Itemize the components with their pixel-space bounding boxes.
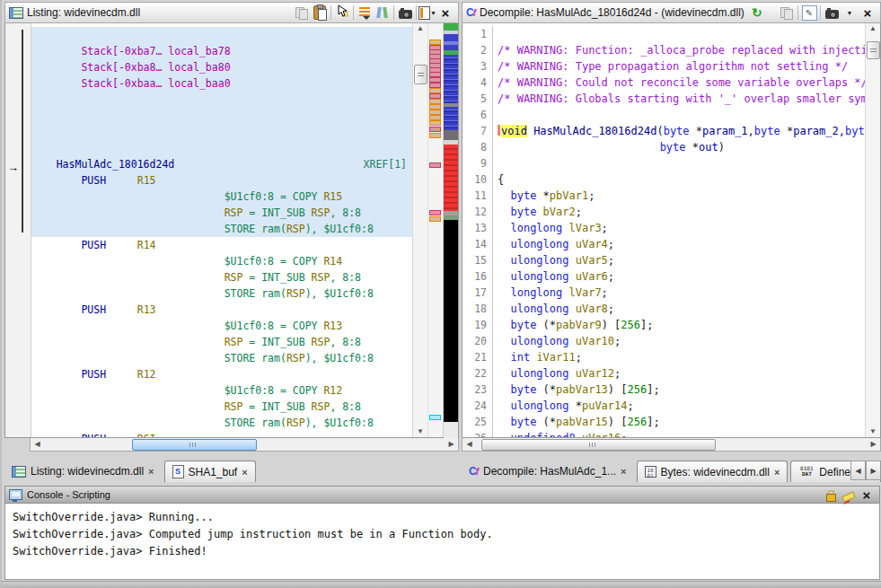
listing-line[interactable]: RSP = INT_SUB RSP, 8:8 [31, 269, 412, 285]
scroll-up-icon[interactable]: ▲ [866, 23, 880, 34]
listing-line[interactable]: STORE ram(RSP), $U1cf0:8 [31, 221, 412, 237]
tab-close-icon[interactable]: × [148, 466, 154, 477]
overview-segment[interactable] [444, 23, 458, 31]
listing-code[interactable]: Stack[-0xba7… local_ba78 Stack[-0xba8… l… [31, 23, 412, 437]
listing-line[interactable]: PUSH R13 [31, 302, 412, 318]
decompile-line[interactable]: 12 byte bVar2; [463, 204, 865, 220]
scroll-lock-button[interactable] [822, 486, 840, 504]
decompile-line[interactable]: 15 ulonglong uVar5; [463, 252, 865, 268]
listing-hscroll-thumb[interactable] [132, 439, 257, 451]
program-overview-column[interactable] [443, 23, 458, 437]
decompile-line[interactable]: 9 [463, 155, 865, 171]
tab-close-icon[interactable]: × [774, 467, 780, 478]
decompile-line[interactable]: 5/* WARNING: Globals starting with '_' o… [463, 91, 865, 107]
xref-label[interactable]: XREF[1] [364, 156, 407, 172]
decompile-vscroll-thumb[interactable] [867, 41, 880, 59]
decompile-line[interactable]: 18 ulonglong uVar8; [463, 301, 865, 317]
listing-hscrollbar[interactable]: ◀ ▶ [30, 438, 459, 452]
listing-line[interactable] [31, 124, 412, 140]
listing-line[interactable] [31, 27, 412, 43]
scroll-down-icon[interactable]: ▼ [413, 426, 427, 437]
listing-line[interactable]: $U1cf0:8 = COPY R12 [31, 382, 412, 399]
listing-line[interactable]: PUSH R12 [31, 366, 412, 382]
overview-segment[interactable] [444, 422, 458, 438]
decompile-line[interactable]: 21 int iVar11; [463, 349, 865, 365]
tab-bytes-widevinecdm-dll[interactable]: 1001Bytes: widevinecdm.dll× [637, 461, 788, 482]
close-button[interactable]: × [858, 486, 876, 504]
decompile-line[interactable]: 24 ulonglong *puVar14; [463, 398, 865, 414]
scroll-up-icon[interactable]: ▲ [413, 23, 427, 34]
bookmark-marker[interactable] [429, 216, 441, 222]
scroll-left-icon[interactable]: ◀ [31, 438, 44, 451]
decompile-vscrollbar[interactable]: ▲ ▼ [865, 23, 880, 437]
decompile-hscrollbar[interactable]: ◀ ▶ [462, 438, 881, 452]
listing-vscroll-thumb[interactable] [414, 65, 427, 84]
listing-line[interactable]: PUSH R14 [31, 237, 412, 253]
decompile-hscroll-thumb[interactable] [481, 439, 716, 451]
listing-line[interactable] [31, 140, 412, 156]
close-button[interactable]: × [859, 4, 877, 22]
listing-line[interactable]: STORE ram(RSP), $U1cf0:8 [31, 350, 412, 366]
listing-line[interactable]: RSP = INT_SUB RSP, 8:8 [31, 334, 412, 350]
tab-sha1-buf[interactable]: SSHA1_buf× [164, 461, 256, 482]
listing-line[interactable]: RSP = INT_SUB RSP, 8:8 [31, 399, 412, 415]
decompile-line[interactable]: 11 byte *pbVar1; [463, 188, 865, 204]
listing-line[interactable]: RSP = INT_SUB RSP, 8:8 [31, 205, 412, 221]
listing-line[interactable]: $U1cf0:8 = COPY R13 [31, 318, 412, 334]
overview-segment[interactable] [444, 34, 458, 41]
clear-console-button[interactable] [840, 486, 858, 504]
bookmark-marker[interactable] [429, 127, 441, 132]
bookmark-marker[interactable] [429, 133, 441, 138]
overview-segment[interactable] [444, 107, 458, 130]
listing-line[interactable]: STORE ram(RSP), $U1cf0:8 [31, 285, 412, 302]
decompile-line[interactable]: 17 longlong lVar7; [463, 285, 865, 301]
decompile-line[interactable]: 10{ [463, 171, 865, 188]
decompile-line[interactable]: 22 ulonglong uVar12; [463, 365, 865, 382]
tab-scroll-left-button[interactable]: ◀ [850, 461, 866, 480]
decompile-line[interactable]: 14 ulonglong uVar4; [463, 236, 865, 252]
edit-button[interactable]: ✎ [800, 4, 818, 22]
decompile-code[interactable]: 12/* WARNING: Function: _alloca_probe re… [463, 23, 865, 437]
tab-listing-widevinecdm-dll[interactable]: Listing: widevinecdm.dll× [4, 461, 162, 482]
listing-line[interactable]: $U1cf0:8 = COPY R15 [31, 189, 412, 205]
scroll-right-icon[interactable]: ▶ [445, 438, 458, 451]
listing-line[interactable]: Stack[-0xba8… local_ba80 [31, 59, 412, 75]
decompile-line[interactable]: 23 byte (*pabVar13) [256]; [463, 382, 865, 398]
copy-button[interactable] [778, 4, 796, 22]
decompile-line[interactable]: 8 byte *out) [463, 139, 865, 155]
listing-line[interactable] [31, 92, 412, 108]
listing-line[interactable]: HasMulAdc_18016d24dXREF[1] [31, 156, 412, 172]
decompile-line[interactable]: 19 byte (*pabVar9) [256]; [463, 317, 865, 333]
listing-vscrollbar[interactable]: ▲ ▼ [412, 23, 427, 437]
decompile-line[interactable]: 2/* WARNING: Function: _alloca_probe rep… [463, 42, 865, 58]
decompile-line[interactable]: 4/* WARNING: Could not reconcile some va… [463, 75, 865, 91]
diff-view-button[interactable] [374, 4, 392, 22]
paste-button[interactable] [311, 4, 329, 22]
scroll-down-icon[interactable]: ▼ [866, 426, 880, 437]
copy-button[interactable] [293, 4, 311, 22]
listing-line[interactable]: STORE ram(RSP), $U1cf0:8 [31, 415, 412, 431]
decompile-line[interactable]: 25 byte (*pabVar15) [256]; [463, 414, 865, 430]
snapshot-button[interactable] [823, 4, 841, 22]
decompile-line[interactable]: 1 [463, 26, 865, 42]
overview-segment[interactable] [444, 220, 458, 422]
decompile-line[interactable]: 7void HasMulAdc_18016d24d(byte *param_1,… [463, 123, 865, 139]
bookmark-marker[interactable] [429, 162, 441, 168]
decompile-line[interactable]: 6 [463, 107, 865, 123]
decompile-line[interactable]: 20 ulonglong uVar10; [463, 333, 865, 349]
bookmark-marker[interactable] [429, 415, 441, 420]
snapshot-button[interactable] [396, 4, 414, 22]
bookmark-marker[interactable] [429, 210, 441, 215]
overview-segment[interactable] [444, 130, 458, 140]
listing-line[interactable] [31, 108, 412, 124]
listing-line[interactable]: PUSH RSI [31, 431, 412, 437]
cursor-tool-button[interactable] [333, 4, 351, 22]
tab-close-icon[interactable]: × [621, 466, 626, 477]
decompile-line[interactable]: 26 undefined8 uVar16; [463, 430, 865, 437]
scroll-right-icon[interactable]: ▶ [867, 438, 880, 451]
bookmark-marker-column[interactable] [427, 23, 443, 437]
close-button[interactable]: × [436, 4, 454, 22]
listing-line[interactable]: Stack[-0xba7… local_ba78 [31, 43, 412, 59]
decompile-line[interactable]: 3/* WARNING: Type propagation algorithm … [463, 58, 865, 75]
tab-decompile-hasmuladc-1[interactable]: CfDecompile: HasMulAdc_1...× [462, 461, 634, 482]
